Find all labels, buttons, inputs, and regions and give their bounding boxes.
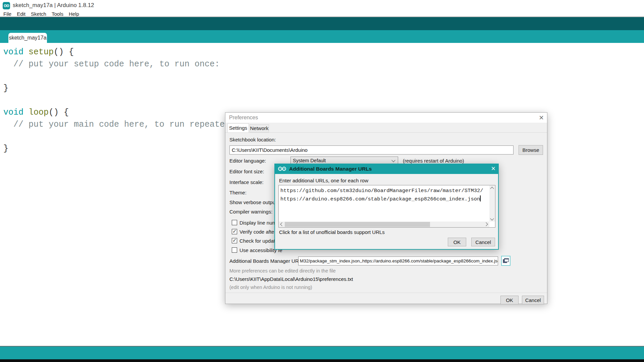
- checkbox-icon: [232, 247, 237, 253]
- menu-tools[interactable]: Tools: [49, 11, 66, 17]
- sketchbook-location-label: Sketchbook location:: [229, 137, 276, 142]
- editor-font-size-label: Editor font size:: [229, 169, 264, 174]
- scroll-left-icon[interactable]: [280, 222, 284, 226]
- arduino-logo-icon: [3, 2, 10, 9]
- urls-textarea[interactable]: https://github.com/stm32duino/BoardManag…: [278, 185, 495, 228]
- preferences-ok-button[interactable]: OK: [500, 296, 519, 304]
- checkbox-icon: [232, 229, 237, 234]
- windows-icon: [503, 258, 509, 263]
- window-titlebar: sketch_may17a | Arduino 1.8.12: [0, 0, 644, 11]
- checkbox-icon: [232, 220, 237, 225]
- boards-dialog-title: Additional Boards Manager URLs: [289, 166, 372, 172]
- horizontal-scrollbar[interactable]: [279, 222, 489, 227]
- url-line: https://github.com/stm32duino/BoardManag…: [279, 187, 489, 195]
- checkbox-check-for-updates[interactable]: Check for updates: [232, 238, 280, 244]
- urls-prompt-label: Enter additional URLs, one for each row: [279, 178, 368, 183]
- verbose-output-label: Show verbose output d: [229, 199, 281, 205]
- tab-settings[interactable]: Settings: [227, 123, 249, 132]
- scroll-down-icon[interactable]: [490, 217, 494, 220]
- checkbox-icon: [232, 238, 237, 243]
- code-line: // put your setup code here, to run once…: [3, 58, 644, 70]
- sketchbook-location-input[interactable]: C:\Users\KIIT\Documents\Arduino: [229, 145, 514, 155]
- text-caret: [480, 195, 481, 201]
- code-line: void setup() {: [3, 46, 644, 58]
- abm-urls-label: Additional Boards Manager URLs:: [229, 258, 306, 264]
- preferences-title: Preferences: [229, 115, 258, 121]
- scrollbar-thumb[interactable]: [285, 222, 430, 227]
- console-strip: [0, 359, 644, 362]
- tab-network[interactable]: Network: [250, 124, 269, 132]
- close-icon[interactable]: ×: [539, 113, 544, 122]
- preferences-cancel-button[interactable]: Cancel: [522, 296, 544, 304]
- menubar: File Edit Sketch Tools Help: [0, 11, 644, 16]
- status-bar: [0, 346, 644, 359]
- window-title: sketch_may17a | Arduino 1.8.12: [13, 2, 94, 9]
- prefs-footer-note2: (edit only when Arduino is not running): [229, 285, 312, 290]
- checkbox-verify-code-after-upload[interactable]: Verify code after u: [232, 229, 280, 235]
- code-line: [3, 95, 644, 107]
- compiler-warnings-label: Compiler warnings:: [229, 209, 272, 215]
- boards-ok-button[interactable]: OK: [448, 238, 466, 246]
- preferences-tabs: Settings Network: [225, 123, 547, 132]
- menu-file[interactable]: File: [1, 11, 14, 17]
- abm-urls-input[interactable]: M32/package_stm_index.json,,https://ardu…: [298, 256, 498, 265]
- code-line: }: [3, 82, 644, 95]
- editor-language-label: Editor language:: [229, 158, 266, 164]
- boards-dialog-titlebar[interactable]: Additional Boards Manager URLs ×: [274, 164, 499, 174]
- close-icon[interactable]: ×: [491, 164, 495, 173]
- menu-edit[interactable]: Edit: [14, 11, 28, 17]
- preferences-titlebar[interactable]: Preferences ×: [225, 113, 547, 123]
- vertical-scrollbar[interactable]: [489, 185, 495, 222]
- code-line: [3, 70, 644, 82]
- preferences-file-path: C:\Users\KIIT\AppData\Local\Arduino15\pr…: [229, 276, 353, 282]
- browse-button[interactable]: Browse: [519, 145, 543, 155]
- toolbar: [0, 17, 644, 30]
- theme-label: Theme:: [229, 190, 247, 195]
- scroll-up-icon[interactable]: [490, 187, 494, 190]
- interface-scale-label: Interface scale:: [229, 179, 264, 185]
- prefs-footer-note1: More preferences can be edited directly …: [229, 268, 336, 274]
- unofficial-boards-link[interactable]: Click for a list of unofficial boards su…: [279, 229, 385, 235]
- language-restart-hint: (requires restart of Arduino): [403, 158, 464, 164]
- menu-sketch[interactable]: Sketch: [28, 11, 49, 17]
- tab-sketch[interactable]: sketch_may17a: [8, 33, 47, 43]
- chevron-down-icon: [391, 158, 395, 162]
- arduino-logo-icon: [278, 166, 286, 171]
- scroll-right-icon[interactable]: [484, 222, 488, 226]
- boards-cancel-button[interactable]: Cancel: [471, 238, 495, 246]
- open-urls-dialog-button[interactable]: [501, 256, 511, 266]
- url-line: https://arduino.esp8266.com/stable/packa…: [279, 195, 489, 203]
- menu-help[interactable]: Help: [66, 11, 82, 17]
- tab-strip: sketch_may17a: [0, 30, 644, 43]
- boards-manager-urls-dialog: Additional Boards Manager URLs × Enter a…: [274, 164, 499, 250]
- preferences-footer: OK Cancel: [225, 293, 547, 304]
